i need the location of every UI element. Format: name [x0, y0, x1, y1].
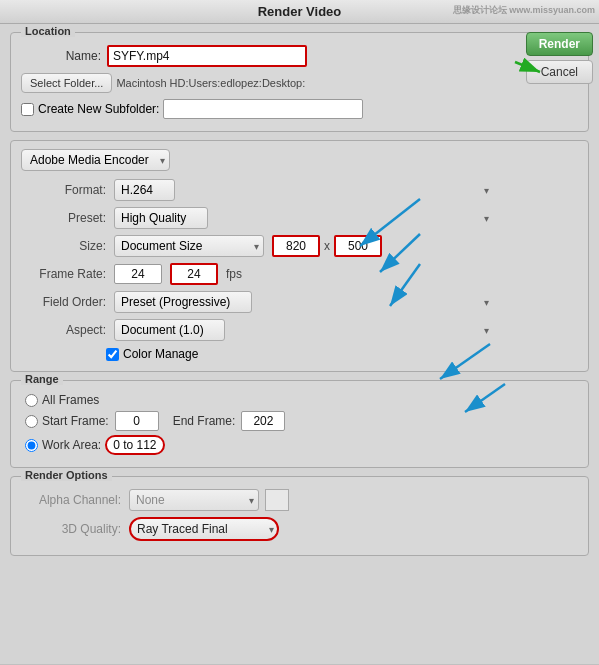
select-folder-button[interactable]: Select Folder...: [21, 73, 112, 93]
work-area-value: 0 to 112: [105, 435, 164, 455]
render-button-group: Render Cancel: [526, 32, 593, 84]
start-frame-radio[interactable]: [25, 415, 38, 428]
alpha-label: Alpha Channel:: [21, 493, 121, 507]
framerate-input[interactable]: [170, 263, 218, 285]
all-frames-label: All Frames: [42, 393, 99, 407]
create-subfolder-label: Create New Subfolder:: [38, 102, 159, 116]
framerate-static: [114, 264, 162, 284]
render-options-section: Render Options Alpha Channel: None 3D Qu…: [10, 476, 589, 556]
work-area-radio[interactable]: [25, 439, 38, 452]
preset-row: Preset: High Quality: [21, 207, 578, 229]
field-order-row: Field Order: Preset (Progressive): [21, 291, 578, 313]
alpha-select[interactable]: None: [129, 489, 259, 511]
render-options-legend: Render Options: [21, 469, 112, 481]
render-button[interactable]: Render: [526, 32, 593, 56]
end-frame-label: End Frame:: [173, 414, 236, 428]
start-frame-radio-label[interactable]: Start Frame:: [25, 414, 109, 428]
quality-label: 3D Quality:: [21, 522, 121, 536]
encoder-select[interactable]: Adobe Media Encoder: [21, 149, 170, 171]
end-frame-input[interactable]: [241, 411, 285, 431]
size-select[interactable]: Document Size: [114, 235, 264, 257]
framerate-label: Frame Rate:: [21, 267, 106, 281]
all-frames-radio[interactable]: [25, 394, 38, 407]
encoder-section: Adobe Media Encoder Format: H.264 Preset…: [10, 140, 589, 372]
dialog-title: Render Video: [258, 4, 342, 19]
location-legend: Location: [21, 25, 75, 37]
framerate-row: Frame Rate: fps: [21, 263, 578, 285]
name-input[interactable]: [107, 45, 307, 67]
quality-select[interactable]: Ray Traced Final: [129, 517, 279, 541]
aspect-select[interactable]: Document (1.0): [114, 319, 225, 341]
width-input[interactable]: [272, 235, 320, 257]
subfolder-input[interactable]: [163, 99, 363, 119]
location-section: Location Name: Select Folder... Macintos…: [10, 32, 589, 132]
start-frame-label: Start Frame:: [42, 414, 109, 428]
work-area-radio-label[interactable]: Work Area:: [25, 438, 101, 452]
field-order-label: Field Order:: [21, 295, 106, 309]
cancel-button[interactable]: Cancel: [526, 60, 593, 84]
folder-path: Macintosh HD:Users:edlopez:Desktop:: [116, 77, 305, 89]
preset-label: Preset:: [21, 211, 106, 225]
range-legend: Range: [21, 373, 63, 385]
height-input[interactable]: [334, 235, 382, 257]
field-order-select[interactable]: Preset (Progressive): [114, 291, 252, 313]
format-label: Format:: [21, 183, 106, 197]
aspect-label: Aspect:: [21, 323, 106, 337]
x-separator: x: [324, 239, 330, 253]
color-manage-checkbox[interactable]: [106, 348, 119, 361]
format-select[interactable]: H.264: [114, 179, 175, 201]
create-subfolder-checkbox[interactable]: [21, 103, 34, 116]
fps-label: fps: [226, 267, 242, 281]
color-manage-row: Color Manage: [106, 347, 578, 361]
size-row: Size: Document Size x: [21, 235, 578, 257]
size-label: Size:: [21, 239, 106, 253]
start-frame-input[interactable]: [115, 411, 159, 431]
work-area-label: Work Area:: [42, 438, 101, 452]
watermark: 思缘设计论坛 www.missyuan.com: [453, 4, 595, 17]
aspect-row: Aspect: Document (1.0): [21, 319, 578, 341]
color-manage-label: Color Manage: [123, 347, 198, 361]
format-row: Format: H.264: [21, 179, 578, 201]
alpha-color-box: [265, 489, 289, 511]
all-frames-radio-label[interactable]: All Frames: [25, 393, 99, 407]
preset-select[interactable]: High Quality: [114, 207, 208, 229]
name-label: Name:: [21, 49, 101, 63]
range-section: Range All Frames Start Frame: End Frame:: [10, 380, 589, 468]
